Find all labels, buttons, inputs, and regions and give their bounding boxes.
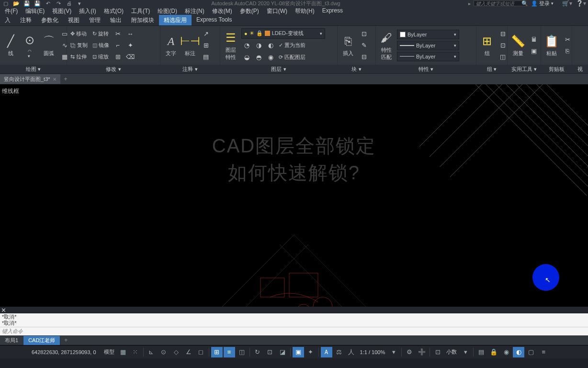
panel-modify-title[interactable]: 修改 ▾ [67, 65, 160, 73]
menu-edit[interactable]: 编辑(E) [22, 7, 48, 15]
lock-ui-icon[interactable]: 🔒 [488, 347, 499, 357]
osnap-icon[interactable]: ◻ [195, 347, 207, 357]
scale-dropdown-icon[interactable]: ▾ [388, 347, 399, 357]
cut-icon[interactable]: ✂ [562, 34, 573, 45]
quickprops-icon[interactable]: ▤ [475, 347, 487, 357]
panel-util-title[interactable]: 实用工具 ▾ [508, 65, 541, 73]
panel-clip-title[interactable]: 剪贴板 [541, 65, 572, 73]
layout-tab-1[interactable]: 布局1 [0, 336, 23, 345]
measure-button[interactable]: 📏 测量 [509, 33, 527, 58]
search-input[interactable] [474, 0, 526, 6]
panel-block-title[interactable]: 块 ▾ [338, 65, 375, 73]
dimension-button[interactable]: ⊢⊣ 标注 [181, 33, 199, 58]
add-layout-button[interactable]: + [60, 337, 71, 344]
trim-icon[interactable]: ✂ [113, 29, 123, 39]
units-icon[interactable]: ⊡ [432, 347, 443, 357]
rotate-button[interactable]: ↻旋转 [91, 29, 111, 39]
dyn-ucs-icon[interactable]: ◪ [277, 347, 288, 357]
layer-tool3-icon[interactable]: ◐ [265, 40, 276, 51]
group-bb-icon[interactable]: ◫ [498, 52, 508, 62]
create-block-icon[interactable]: ⊡ [359, 29, 369, 39]
tab-view[interactable]: 视图 [63, 15, 84, 25]
menu-view[interactable]: 视图(V) [48, 7, 75, 15]
layer-tool1-icon[interactable]: ◔ [241, 40, 252, 51]
3dosnap-icon[interactable]: ⊡ [264, 347, 276, 357]
customize-icon[interactable]: ≡ [538, 347, 549, 357]
match-props-button[interactable]: 🖌 特性 匹配 [378, 29, 395, 62]
calc-icon[interactable]: 🖩 [529, 34, 539, 45]
command-input[interactable]: 键入命令 [0, 327, 588, 335]
grid-icon[interactable]: ▦ [117, 347, 129, 357]
file-tab-active[interactable]: 竖向设计平面图_t3* ✕ [0, 74, 60, 84]
units-label[interactable]: 小数 [444, 348, 459, 356]
panel-draw-title[interactable]: 绘图 ▾ [0, 65, 67, 73]
isolate-icon[interactable]: ◉ [500, 347, 512, 357]
menu-express[interactable]: Express [318, 7, 347, 15]
iso-icon[interactable]: ◇ [170, 347, 182, 357]
lineweight-combo[interactable]: ByLayer ▾ [397, 41, 459, 50]
panel-group-title[interactable]: 组 ▾ [476, 65, 507, 73]
panel-view-title[interactable]: 视 [572, 65, 588, 73]
tab-annotate[interactable]: 注释 [15, 15, 36, 25]
menu-help[interactable]: 帮助(H) [291, 7, 318, 15]
layer-tool2-icon[interactable]: ◑ [253, 40, 264, 51]
qat-undo-icon[interactable]: ↶ [44, 0, 52, 7]
scale-button[interactable]: ⊡缩放 [91, 52, 111, 62]
search-icon[interactable]: 🔍 [521, 0, 528, 7]
group-edit-icon[interactable]: ⊡ [498, 40, 508, 51]
extend-icon[interactable]: ↔ [125, 29, 136, 39]
ungroup-icon[interactable]: ⊟ [498, 29, 508, 39]
group-button[interactable]: ⊞ 组 [478, 33, 496, 58]
help-icon[interactable]: ❔▾ [576, 0, 586, 7]
panel-annot-title[interactable]: 注释 ▾ [160, 65, 220, 73]
exchange-icon[interactable]: 🛒▾ [562, 0, 572, 7]
annovisibility-icon[interactable]: 人 [346, 347, 357, 357]
mirror-button[interactable]: ◫镜像 [91, 40, 111, 51]
menu-window[interactable]: 窗口(W) [263, 7, 291, 15]
selection-icon[interactable]: ▣ [293, 347, 304, 357]
drawing-canvas[interactable]: 维线框 CAD图层全部锁定 如何快速解锁? [0, 84, 588, 307]
cycling-icon[interactable]: ↻ [252, 347, 263, 357]
set-current-button[interactable]: ✓置为当前 [277, 40, 307, 51]
snap-icon[interactable]: ⁙ [130, 347, 141, 357]
line-button[interactable]: ╱ 线 [2, 33, 19, 58]
polar-icon[interactable]: ⊙ [158, 347, 170, 357]
search-play-icon[interactable]: ▸ [468, 1, 471, 6]
close-icon[interactable]: ✕ [53, 77, 57, 82]
qat-redo-icon[interactable]: ↷ [55, 0, 62, 7]
annotation-icon[interactable]: Ａ [321, 347, 332, 357]
layout-tab-2[interactable]: CAD江老师 [23, 336, 60, 345]
erase-icon[interactable]: ⌫ [125, 52, 136, 62]
tab-output[interactable]: 输出 [105, 15, 126, 25]
dyn-input-icon[interactable]: ⊞ [211, 347, 223, 357]
qat-open-icon[interactable]: 📂 [12, 0, 20, 7]
layer-tool5-icon[interactable]: ◓ [253, 52, 264, 63]
user-login[interactable]: 👤 登录 ▾ [531, 0, 554, 7]
qat-saveas-icon[interactable]: 💾 [34, 0, 41, 7]
otrack-icon[interactable]: ∠ [183, 347, 194, 357]
menu-draw[interactable]: 绘图(D) [154, 7, 181, 15]
qat-save-icon[interactable]: 💾 [23, 0, 31, 7]
annoscale-icon[interactable]: ⚖ [333, 347, 345, 357]
qat-dropdown-icon[interactable]: ▾ [76, 0, 83, 7]
qat-new-icon[interactable]: ▢ [2, 0, 10, 7]
menu-parametric[interactable]: 参数(P) [236, 7, 263, 15]
leader-icon[interactable]: ↗ [201, 29, 211, 39]
table-icon[interactable]: ⊞ [201, 40, 211, 51]
qat-print-icon[interactable]: 🖨 [65, 0, 73, 7]
transparency-icon[interactable]: ◫ [236, 347, 248, 357]
text-button[interactable]: A 文字 [162, 33, 180, 58]
command-close-button[interactable]: ✕ [0, 307, 7, 314]
layer-combo[interactable]: ● ☀ 🔒 LDED-变坡线 ▾ [241, 28, 325, 39]
move-button[interactable]: ✥移动 [69, 29, 89, 39]
annot2-icon[interactable]: ▤ [201, 52, 211, 62]
menu-insert[interactable]: 插入(I) [75, 7, 100, 15]
menu-dimension[interactable]: 标注(N) [181, 7, 208, 15]
tab-parametric[interactable]: 参数化 [36, 15, 63, 25]
layer-tool6-icon[interactable]: ◉ [265, 52, 276, 63]
tab-express[interactable]: Express Tools [192, 15, 237, 25]
menu-tools[interactable]: 工具(T) [127, 7, 154, 15]
attr-icon[interactable]: ⊟ [359, 52, 369, 62]
edit-block-icon[interactable]: ✎ [359, 40, 369, 51]
units-dropdown-icon[interactable]: ▾ [460, 347, 471, 357]
